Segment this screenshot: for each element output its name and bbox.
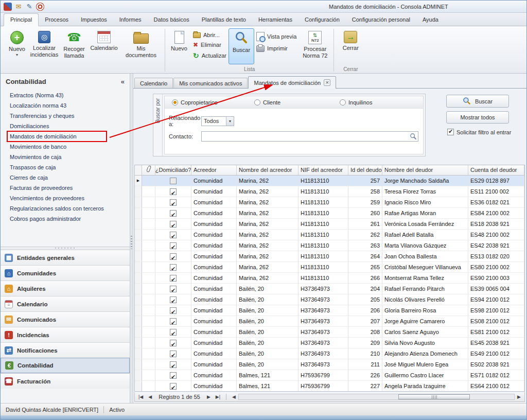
domiciliado-cell[interactable] [155, 262, 191, 273]
abrir-button[interactable]: Abrir... [191, 31, 229, 39]
domiciliado-checkbox[interactable] [170, 253, 177, 260]
imprimir-button[interactable]: Imprimir [254, 44, 298, 52]
eliminar-button[interactable]: Eliminar [191, 41, 229, 49]
domiciliado-cell[interactable] [155, 370, 191, 381]
sidebar-nav-item[interactable]: Notificaciones [1, 342, 130, 358]
table-row[interactable]: Comunidad Marina, 262 H11813110 266 Mont… [135, 273, 524, 284]
table-row[interactable]: Comunidad Marina, 262 H11813110 260 Rafa… [135, 208, 524, 219]
table-row[interactable]: Comunidad Bailén, 20 H37364973 211 José … [135, 359, 524, 370]
sidebar-item[interactable]: Mandatos de domiciliación [1, 131, 130, 142]
actualizar-button[interactable]: Actualizar [191, 51, 229, 60]
last-record-button[interactable]: ▶| [214, 394, 222, 399]
ribbon-tab[interactable]: Principal [4, 13, 39, 26]
domiciliado-checkbox[interactable] [170, 296, 177, 303]
mail-icon[interactable] [14, 3, 23, 11]
domiciliado-cell[interactable] [155, 348, 191, 359]
sidebar-item[interactable]: Facturas de proveedores [1, 183, 130, 193]
sidebar-item[interactable]: Extractos (Norma 43) [1, 90, 130, 100]
filter-radio[interactable]: Inquilinos [340, 99, 372, 106]
domiciliado-cell[interactable] [155, 359, 191, 370]
table-row[interactable]: Comunidad Marina, 262 H11813110 263 Mart… [135, 240, 524, 251]
domiciliado-cell[interactable] [155, 305, 191, 316]
document-tab[interactable]: Mandatos de domiciliación × [248, 76, 336, 89]
next-record-button[interactable]: ▶ [205, 394, 212, 399]
broadcast-icon[interactable] [36, 3, 44, 11]
domiciliado-checkbox[interactable] [170, 383, 177, 390]
scroll-left-button[interactable]: ◀ [231, 394, 237, 399]
notes-icon[interactable] [25, 3, 33, 11]
table-row[interactable]: Comunidad Marina, 262 H11813110 257 Jorg… [135, 176, 524, 186]
dropdown-arrow-icon[interactable]: ▼ [226, 117, 234, 126]
ribbon-tab[interactable]: Configuración personal [346, 14, 416, 26]
table-row[interactable]: Comunidad Bailén, 20 H37364973 205 Nicol… [135, 294, 524, 305]
scroll-right-button[interactable]: ▶ [516, 394, 522, 399]
ribbon-tab[interactable]: Configuración [298, 14, 346, 26]
column-header-nombre-deudor[interactable]: Nombre del deudor [382, 165, 468, 176]
table-row[interactable]: Comunidad Marina, 262 H11813110 265 Cris… [135, 262, 524, 273]
sidebar-item[interactable]: Cobros pagos administrador [1, 214, 130, 224]
procesar-norma-72-button[interactable]: Procesar Norma 72 [298, 28, 331, 64]
buscar-button[interactable]: Buscar [446, 95, 509, 108]
domiciliado-cell[interactable] [155, 230, 191, 240]
domiciliado-checkbox[interactable] [170, 210, 177, 217]
sidebar-nav-item[interactable]: Contabilidad [1, 358, 130, 373]
table-row[interactable]: Comunidad Marina, 262 H11813110 262 Rafa… [135, 230, 524, 240]
ribbon-tab[interactable]: Procesos [39, 14, 75, 26]
domiciliado-checkbox[interactable] [170, 264, 177, 271]
buscar-ribbon-button[interactable]: Buscar [229, 28, 254, 64]
domiciliado-cell[interactable] [155, 240, 191, 251]
column-header-domiciliado[interactable]: ¿Domiciliado? [155, 165, 191, 176]
table-row[interactable]: Comunidad Bailén, 20 H37364973 209 Silvi… [135, 338, 524, 348]
column-header-acreedor[interactable]: Acreedor [191, 165, 237, 176]
document-tab[interactable]: Calendario × [134, 78, 173, 88]
first-record-button[interactable]: |◀ [137, 394, 145, 399]
domiciliado-checkbox[interactable] [170, 221, 177, 227]
nuevo-lista-button[interactable]: Nuevo [167, 28, 191, 64]
domiciliado-cell[interactable] [155, 208, 191, 219]
calendario-button[interactable]: Calendario [89, 28, 119, 64]
sidebar-item[interactable]: Cierres de caja [1, 172, 130, 183]
column-header-cuenta[interactable]: Cuenta del deudor [468, 165, 524, 176]
domiciliado-cell[interactable] [155, 251, 191, 262]
domiciliado-cell[interactable] [155, 273, 191, 284]
recoger-llamada-button[interactable]: Recoger llamada [60, 28, 89, 64]
domiciliado-cell[interactable] [155, 327, 191, 338]
domiciliado-cell[interactable] [155, 284, 191, 294]
horizontal-scrollbar[interactable]: ◀ ▶ [231, 394, 522, 400]
attachment-column-header[interactable] [142, 165, 155, 176]
sidebar-item[interactable]: Traspasos de caja [1, 162, 130, 172]
mostrar-todos-button[interactable]: Mostrar todos [446, 111, 509, 124]
domiciliado-checkbox[interactable] [170, 307, 177, 314]
column-header-nif[interactable]: NIF del acreedor [298, 165, 348, 176]
domiciliado-cell[interactable] [155, 294, 191, 305]
domiciliado-cell[interactable] [155, 176, 191, 186]
mis-documentos-button[interactable]: Mis documentos [119, 28, 163, 64]
cerrar-button[interactable]: Cerrar [336, 28, 365, 64]
domiciliado-checkbox[interactable] [170, 188, 177, 195]
sidebar-item[interactable]: Localización norma 43 [1, 100, 130, 111]
domiciliado-cell[interactable] [155, 338, 191, 348]
table-row[interactable]: Comunidad Marina, 262 H11813110 264 Joan… [135, 251, 524, 262]
contacto-input[interactable] [201, 131, 418, 142]
ribbon-tab[interactable]: Plantillas de texto [196, 14, 252, 26]
domiciliado-checkbox[interactable] [170, 372, 177, 379]
sidebar-item[interactable]: Domiciliaciones [1, 121, 130, 131]
domiciliado-cell[interactable] [155, 186, 191, 197]
sidebar-nav-item[interactable]: Alquileres [1, 281, 130, 296]
domiciliado-cell[interactable] [155, 197, 191, 208]
scrollbar-track[interactable] [238, 394, 515, 400]
sidebar-nav-item[interactable]: Comunicados [1, 311, 130, 327]
relacionado-select[interactable]: Todos ▼ [201, 116, 234, 126]
search-icon[interactable] [410, 133, 417, 141]
table-row[interactable]: Comunidad Bailén, 20 H37364973 207 Jorge… [135, 316, 524, 327]
ribbon-tab[interactable]: Ayuda [416, 14, 445, 26]
prev-record-button[interactable]: ◀ [147, 394, 153, 399]
table-row[interactable]: Comunidad Marina, 262 H11813110 258 Tere… [135, 186, 524, 197]
table-row[interactable]: Comunidad Balmes, 121 H75936799 226 Guil… [135, 370, 524, 381]
sidebar-nav-item[interactable]: Entidades generales [1, 250, 130, 265]
localizar-incidencias-button[interactable]: Localizar incidencias [29, 28, 60, 64]
domiciliado-checkbox[interactable] [170, 275, 177, 282]
app-logo-icon[interactable] [4, 3, 12, 11]
close-tab-icon[interactable]: × [324, 79, 330, 86]
ribbon-tab[interactable]: Herramientas [252, 14, 298, 26]
